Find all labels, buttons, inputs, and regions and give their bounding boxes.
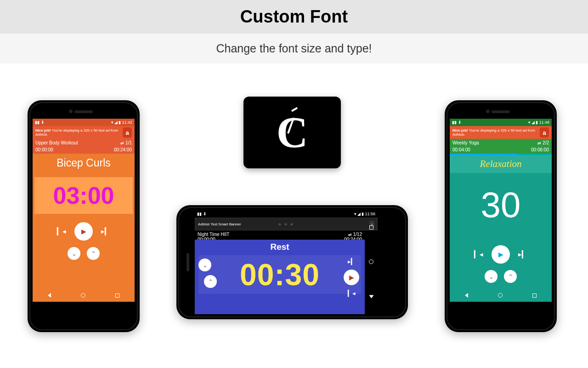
showcase: C ▮▮ ⬇ ▾◢▮ 11:42 Nice job! You're displa…	[0, 63, 588, 367]
pause-icon: ▮▮ ⬇	[35, 120, 45, 125]
prev-icon[interactable]: ▎◂	[348, 290, 356, 297]
admob-icon: a	[540, 127, 549, 138]
play-button[interactable]: ▶	[492, 245, 510, 264]
admob-icon: a	[123, 127, 132, 138]
battery-icon: ▮	[119, 120, 121, 125]
nav-home-icon[interactable]	[498, 293, 503, 298]
shuffle-icon: ⇄	[120, 141, 124, 145]
shuffle-icon: ⇄	[348, 232, 352, 237]
status-bar: ▮▮ ⬇ ▾◢▮ 11:48	[450, 119, 552, 126]
phone-portrait-teal: ▮▮ ⬇ ▾◢▮ 11:48 Nice job! You're displayi…	[445, 100, 557, 332]
pause-icon: ▮▮ ⬇	[197, 212, 207, 216]
wifi-icon: ▾	[528, 120, 531, 125]
ad-banner[interactable]: Nice job! You're displaying a 320 x 50 t…	[450, 126, 552, 139]
signal-icon: ◢	[114, 120, 118, 125]
workout-header: Weekly Yoga⇄2/2 00:04:0000:06:00	[450, 139, 552, 154]
exercise-name: Rest	[195, 240, 365, 254]
up-button[interactable]: ⌃	[87, 247, 100, 260]
status-bar: ▮▮ ⬇ ▾◢▮ 11:42	[33, 119, 135, 126]
ad-banner[interactable]: AdMob Test Smart Banner ○ ○ ○ ›	[195, 218, 378, 230]
clock-c-logo: C	[277, 107, 308, 158]
nav-back-icon[interactable]	[369, 295, 373, 299]
exercise-name: Relaxation	[450, 155, 552, 173]
down-button[interactable]: ⌄	[68, 247, 80, 260]
nav-back-icon[interactable]	[48, 293, 51, 298]
timer-display: 00:30	[198, 255, 361, 294]
play-button[interactable]: ▶	[74, 222, 93, 241]
play-button[interactable]: ▶	[344, 270, 359, 285]
nav-home-icon[interactable]	[369, 259, 373, 264]
nav-back-icon[interactable]	[465, 293, 468, 298]
nav-home-icon[interactable]	[81, 293, 85, 298]
prev-icon[interactable]: ▎◂	[474, 250, 483, 259]
exercise-name: Bicep Curls	[33, 154, 135, 172]
status-bar: ▮▮ ⬇ ▾◢▮ 11:56	[195, 210, 378, 218]
next-icon[interactable]: ▸▎	[101, 227, 110, 236]
nav-recent-icon[interactable]	[369, 225, 373, 230]
wifi-icon: ▾	[111, 120, 113, 125]
next-icon[interactable]: ▸▎	[348, 258, 356, 265]
workout-header: Upper Body Workout⇄1/1 00:00:0000:24:00	[33, 139, 135, 154]
battery-icon: ▮	[536, 120, 538, 125]
phone-landscape-dark: ▮▮ ⬇ ▾◢▮ 11:56 AdMob Test Smart Banner ○…	[176, 205, 408, 319]
prev-icon[interactable]: ▎◂	[57, 227, 66, 236]
battery-icon: ▮	[362, 212, 364, 216]
page-title: Custom Font	[0, 0, 588, 34]
wifi-icon: ▾	[354, 212, 356, 216]
app-icon-card: C	[243, 97, 341, 168]
nav-recent-icon[interactable]	[532, 293, 537, 298]
signal-icon: ◢	[357, 212, 361, 216]
up-button[interactable]: ⌃	[504, 270, 517, 283]
pause-icon: ▮▮ ⬇	[452, 120, 462, 125]
up-button[interactable]: ⌃	[204, 275, 217, 288]
phone-portrait-orange: ▮▮ ⬇ ▾◢▮ 11:42 Nice job! You're displayi…	[28, 100, 140, 332]
signal-icon: ◢	[531, 120, 535, 125]
nav-recent-icon[interactable]	[115, 293, 119, 298]
shuffle-icon: ⇄	[537, 141, 541, 145]
down-button[interactable]: ⌄	[485, 270, 498, 283]
ad-banner[interactable]: Nice job! You're displaying a 320 x 50 t…	[33, 126, 135, 139]
down-button[interactable]: ⌄	[198, 259, 211, 271]
progress-bar	[450, 154, 552, 155]
page-subtitle: Change the font size and type!	[0, 34, 588, 63]
clock-time: 11:42	[122, 120, 132, 125]
timer-display: 03:00	[34, 177, 133, 214]
clock-time: 11:48	[539, 120, 549, 125]
timer-display: 30	[450, 173, 552, 237]
next-icon[interactable]: ▸▎	[518, 250, 527, 259]
